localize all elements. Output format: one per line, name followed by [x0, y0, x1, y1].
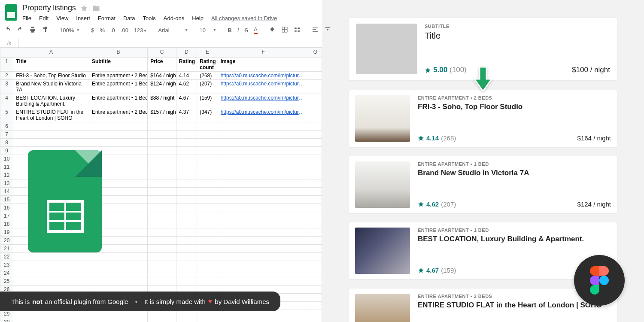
- cell[interactable]: [197, 212, 218, 220]
- cell[interactable]: $124 / night: [148, 80, 176, 94]
- cell[interactable]: [148, 204, 176, 212]
- percent-format-icon[interactable]: %: [100, 27, 105, 33]
- row-header[interactable]: 21: [0, 245, 13, 253]
- cell[interactable]: Title: [13, 58, 89, 72]
- cell[interactable]: [176, 179, 197, 188]
- cell[interactable]: [309, 310, 322, 318]
- cell[interactable]: [148, 139, 176, 147]
- select-all-corner[interactable]: [0, 48, 13, 58]
- row-header[interactable]: 18: [0, 220, 13, 228]
- more-formats[interactable]: 123▼: [134, 27, 147, 33]
- cell[interactable]: 4.67: [176, 94, 197, 108]
- cell[interactable]: [176, 237, 197, 245]
- cell[interactable]: [148, 122, 176, 131]
- cell[interactable]: Rating count: [197, 58, 218, 72]
- col-header[interactable]: G: [309, 48, 322, 58]
- merge-cells-icon[interactable]: [294, 26, 301, 34]
- cell[interactable]: [148, 131, 176, 139]
- row-header[interactable]: 11: [0, 163, 13, 171]
- row-header[interactable]: 3: [0, 80, 13, 94]
- cell[interactable]: [309, 212, 322, 220]
- cell[interactable]: Entire apartment • 2 Beds: [89, 72, 147, 80]
- cell[interactable]: [176, 220, 197, 228]
- cell[interactable]: [176, 147, 197, 155]
- cell[interactable]: [309, 204, 322, 212]
- cell[interactable]: [309, 261, 322, 269]
- row-header[interactable]: 19: [0, 228, 13, 237]
- cell[interactable]: ENTIRE STUDIO FLAT in the Heart of Londo…: [13, 108, 89, 122]
- cell[interactable]: [89, 131, 147, 139]
- cell[interactable]: [13, 131, 89, 139]
- row-header[interactable]: 16: [0, 204, 13, 212]
- cell[interactable]: [197, 253, 218, 261]
- listing-card[interactable]: ENTIRE APARTMENT • 2 BEDS ENTIRE STUDIO …: [349, 288, 617, 322]
- cell[interactable]: [309, 228, 322, 237]
- row-header[interactable]: 22: [0, 253, 13, 261]
- cell[interactable]: [176, 261, 197, 269]
- cell[interactable]: (207): [197, 80, 218, 94]
- row-header[interactable]: 5: [0, 108, 13, 122]
- cell[interactable]: [309, 80, 322, 94]
- menu-tools[interactable]: Tools: [143, 15, 155, 21]
- cell[interactable]: [176, 204, 197, 212]
- row-header[interactable]: 4: [0, 94, 13, 108]
- menu-edit[interactable]: Edit: [39, 15, 49, 21]
- listing-card[interactable]: ENTIRE APARTMENT • 2 BEDS FRI-3 - Soho, …: [349, 90, 617, 147]
- cell[interactable]: [176, 188, 197, 196]
- cell[interactable]: [309, 122, 322, 131]
- borders-icon[interactable]: [281, 26, 288, 34]
- cell[interactable]: [176, 245, 197, 253]
- cell[interactable]: (347): [197, 108, 218, 122]
- cell[interactable]: [148, 179, 176, 188]
- cell[interactable]: [218, 188, 309, 196]
- cell[interactable]: 4.14: [176, 72, 197, 80]
- cell[interactable]: [197, 139, 218, 147]
- cell[interactable]: [309, 58, 322, 72]
- cell[interactable]: [197, 228, 218, 237]
- cell[interactable]: [176, 277, 197, 286]
- cell[interactable]: https://a0.muscache.com/im/pictures/4274…: [218, 94, 309, 108]
- menu-format[interactable]: Format: [98, 15, 115, 21]
- cell[interactable]: [309, 318, 322, 322]
- cell[interactable]: [218, 261, 309, 269]
- cell[interactable]: [89, 139, 147, 147]
- cell[interactable]: [13, 318, 89, 322]
- cell[interactable]: [148, 228, 176, 237]
- cell[interactable]: [218, 237, 309, 245]
- cell[interactable]: [148, 245, 176, 253]
- cell[interactable]: Entire apartment • 1 Bed: [89, 94, 147, 108]
- cell[interactable]: [89, 277, 147, 286]
- cell[interactable]: [309, 245, 322, 253]
- cell[interactable]: [218, 179, 309, 188]
- listing-card[interactable]: ENTIRE APARTMENT • 1 BED Brand New Studi…: [349, 156, 617, 213]
- cell[interactable]: [309, 286, 322, 294]
- cell[interactable]: [309, 147, 322, 155]
- row-header[interactable]: 6: [0, 122, 13, 131]
- redo-icon[interactable]: [17, 26, 24, 34]
- cell[interactable]: [197, 188, 218, 196]
- cell[interactable]: [148, 237, 176, 245]
- cell[interactable]: [309, 163, 322, 171]
- cell[interactable]: [197, 261, 218, 269]
- cell[interactable]: [89, 261, 147, 269]
- row-header[interactable]: 12: [0, 171, 13, 179]
- cell[interactable]: FRI-3 - Soho, Top Floor Studio: [13, 72, 89, 80]
- menu-view[interactable]: View: [56, 15, 68, 21]
- star-icon[interactable]: [80, 4, 88, 12]
- cell[interactable]: Entire apartment • 2 Beds: [89, 108, 147, 122]
- col-header[interactable]: B: [89, 48, 147, 58]
- cell[interactable]: Subtitle: [89, 58, 147, 72]
- decrease-decimal-icon[interactable]: .0: [110, 27, 115, 33]
- cell[interactable]: [309, 94, 322, 108]
- row-header[interactable]: 17: [0, 212, 13, 220]
- cell[interactable]: [218, 220, 309, 228]
- cell[interactable]: [148, 269, 176, 277]
- increase-decimal-icon[interactable]: .00: [121, 27, 128, 33]
- row-header[interactable]: 7: [0, 131, 13, 139]
- cell[interactable]: BEST LOCATION, Luxury Building & Apartme…: [13, 94, 89, 108]
- cell[interactable]: [197, 155, 218, 163]
- cell[interactable]: [309, 179, 322, 188]
- cell[interactable]: https://a0.muscache.com/im/pictures/5688…: [218, 108, 309, 122]
- cell[interactable]: 4.62: [176, 80, 197, 94]
- row-header[interactable]: 24: [0, 269, 13, 277]
